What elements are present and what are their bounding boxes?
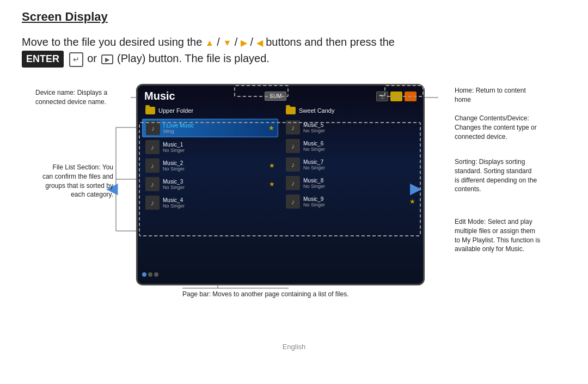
music-info-4: Music_4 No Singer: [163, 197, 275, 209]
music-info-r4: Music_9 No Singer: [303, 196, 406, 208]
music-thumb-r0: ♪: [286, 120, 300, 135]
music-row-left-3[interactable]: ♪ Music_3 No Singer ★: [142, 175, 278, 193]
music-thumb-r1: ♪: [286, 139, 300, 153]
music-thumb-0: ♪: [146, 121, 160, 135]
music-row-left-0[interactable]: ♪ I Love Music Ming ★: [142, 119, 278, 137]
instruction-part1: Move to the file you desired using the: [22, 36, 202, 48]
music-name-4: Music_4: [163, 197, 275, 203]
music-thumb-2: ♪: [145, 159, 160, 173]
music-row-right-2[interactable]: ♪ Music_7 No Singer: [283, 156, 419, 173]
music-row-right-4[interactable]: ♪ Music_9 No Singer ★: [283, 193, 419, 210]
music-thumb-r4: ♪: [286, 194, 300, 209]
music-name-r3: Music_8: [303, 178, 415, 184]
screen-sum-badge: SUM: [265, 92, 286, 101]
screen-topbar: Music SUM 📷: [138, 86, 423, 105]
music-thumb-4: ♪: [145, 196, 160, 210]
annotation-change-contents: Change Contents/Device:Changes the conte…: [455, 114, 574, 141]
music-singer-1: No Singer: [163, 148, 275, 153]
music-row-right-1[interactable]: ♪ Music_6 No Singer: [283, 137, 419, 155]
music-name-2: Music_2: [163, 160, 266, 166]
file-column-left: Upper Folder ♪ I Love Music Ming ★ ♪: [142, 105, 278, 211]
file-column-right: Sweet Candy ♪ Music_5 No Singer ♪: [283, 105, 419, 211]
annotation-edit-mode: Edit Mode: Select and playmultiple files…: [455, 217, 574, 254]
music-info-2: Music_2 No Singer: [163, 160, 266, 172]
music-row-left-1[interactable]: ♪ Music_1 No Singer: [142, 138, 278, 156]
music-row-right-0[interactable]: ♪ Music_5 No Singer: [283, 119, 419, 136]
screen-icon-orange: [405, 92, 416, 101]
screen-content: Music SUM 📷 Upper Folder: [138, 86, 423, 284]
music-info-r0: Music_5 No Singer: [303, 122, 415, 133]
music-star-r4: ★: [409, 198, 415, 205]
music-singer-0: Ming: [163, 129, 265, 134]
music-singer-4: No Singer: [163, 203, 275, 209]
music-singer-r4: No Singer: [303, 202, 406, 208]
arrow-up-icon: ▲: [205, 38, 214, 47]
or-text: or: [87, 52, 97, 64]
music-name-r2: Music_7: [303, 159, 415, 165]
play-label: (Play) button. The file is played.: [117, 52, 270, 64]
page-dot-3: [154, 272, 158, 277]
music-row-left-4[interactable]: ♪ Music_4 No Singer: [142, 194, 278, 211]
music-row-right-3[interactable]: ♪ Music_8 No Singer: [283, 174, 419, 192]
music-singer-r3: No Singer: [303, 184, 415, 189]
music-info-r1: Music_6 No Singer: [303, 141, 415, 152]
music-info-1: Music_1 No Singer: [163, 142, 275, 153]
enter-badge: ENTER: [22, 51, 64, 68]
annotation-home: Home: Return to contenthome: [455, 86, 569, 105]
folder-right-icon: [286, 107, 296, 114]
music-singer-r1: No Singer: [303, 147, 415, 152]
folder-left-label: Upper Folder: [158, 107, 193, 114]
screen-title: Music: [144, 90, 175, 102]
folder-left: Upper Folder: [142, 105, 278, 117]
arrow-right-icon: ▶: [241, 38, 247, 47]
music-star-2: ★: [269, 162, 275, 169]
music-name-0: I Love Music: [163, 123, 265, 129]
folder-left-icon: [145, 107, 155, 114]
music-singer-3: No Singer: [163, 185, 266, 190]
music-info-r3: Music_8 No Singer: [303, 178, 415, 189]
music-row-left-2[interactable]: ♪ Music_2 No Singer ★: [142, 157, 278, 174]
music-name-1: Music_1: [163, 142, 275, 148]
music-thumb-r3: ♪: [286, 176, 300, 190]
music-thumb-1: ♪: [145, 140, 160, 154]
screen-icons: 📷: [376, 92, 416, 101]
instruction-part2: buttons and then press the: [266, 36, 395, 48]
music-singer-r0: No Singer: [303, 128, 415, 133]
music-name-r1: Music_6: [303, 141, 415, 147]
music-star-3: ★: [269, 180, 275, 188]
music-info-0: I Love Music Ming: [163, 123, 265, 134]
page-dot-2: [148, 272, 152, 277]
nav-right-arrow[interactable]: ▶: [410, 179, 422, 197]
music-thumb-r2: ♪: [286, 157, 300, 172]
folder-right: Sweet Candy: [283, 105, 419, 117]
screen-icon-yellow: [390, 92, 402, 101]
page-dot-1: [142, 272, 146, 277]
annotation-sorting: Sorting: Displays sortingstandard. Sorti…: [455, 157, 574, 194]
annotation-page-bar: Page bar: Moves to another page containi…: [182, 290, 406, 299]
music-star-0: ★: [268, 124, 274, 132]
screen-icon-camera: 📷: [376, 92, 388, 101]
enter-icon: ↵: [69, 52, 83, 67]
arrow-left-icon: ◀: [256, 38, 263, 47]
arrow-down-icon: ▼: [223, 38, 231, 47]
music-singer-2: No Singer: [163, 166, 266, 172]
music-name-r4: Music_9: [303, 196, 406, 202]
music-info-r2: Music_7 No Singer: [303, 159, 415, 170]
music-singer-r2: No Singer: [303, 165, 415, 170]
folder-right-label: Sweet Candy: [299, 107, 334, 114]
music-name-r0: Music_5: [303, 122, 415, 128]
annotation-file-list: File List Section: Youcan confirm the fi…: [33, 163, 113, 199]
footer-language: English: [0, 343, 588, 351]
diagram-area: ◀ Music SUM 📷: [22, 78, 566, 345]
page-title: Screen Display: [22, 10, 108, 24]
tv-screen: Music SUM 📷 Upper Folder: [136, 84, 425, 285]
music-name-3: Music_3: [163, 179, 266, 185]
annotation-device-name: Device name: Displays aconnected device …: [35, 88, 131, 107]
music-thumb-3: ♪: [145, 177, 160, 191]
file-list-container: Upper Folder ♪ I Love Music Ming ★ ♪: [138, 105, 423, 211]
music-info-3: Music_3 No Singer: [163, 179, 266, 190]
page-bar: [142, 270, 419, 279]
play-button-icon: [101, 54, 113, 64]
instruction-text: Move to the file you desired using the ▲…: [22, 34, 566, 68]
